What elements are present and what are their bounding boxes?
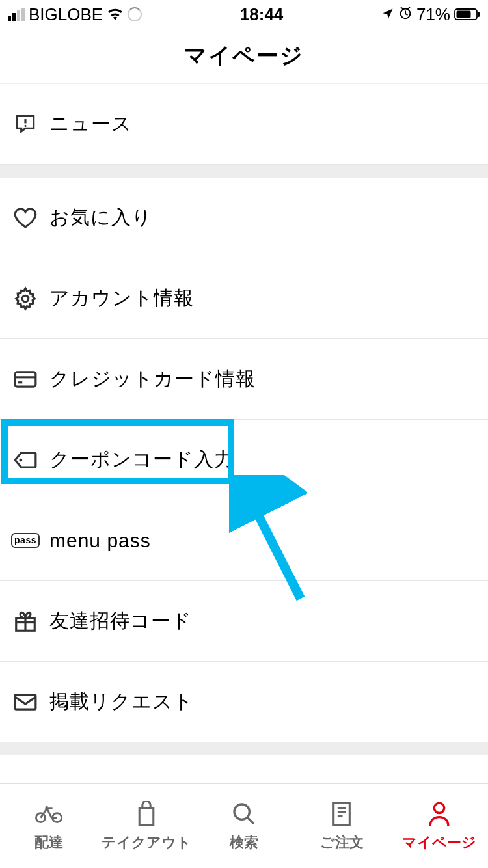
- list-item-label: お気に入り: [49, 204, 152, 231]
- status-right: 71%: [381, 5, 480, 25]
- gear-icon: [13, 286, 38, 311]
- mail-icon: [13, 690, 38, 714]
- list-item-label: アカウント情報: [49, 285, 194, 312]
- tab-label: 配達: [34, 833, 63, 852]
- list-item-account[interactable]: アカウント情報: [0, 258, 488, 339]
- list-item-news[interactable]: ニュース: [0, 84, 488, 165]
- svg-rect-7: [15, 372, 36, 386]
- list-item-request[interactable]: 掲載リクエスト: [0, 662, 488, 742]
- list-item-label: ニュース: [49, 111, 132, 137]
- signal-icon: [8, 8, 25, 21]
- list-item-label: 友達招待コード: [49, 608, 192, 634]
- content-area: ニュース お気に入り アカウント情報 クレジットカード情報 クーポンコード入力 …: [0, 84, 488, 783]
- list-item-label: クーポンコード入力: [49, 446, 234, 473]
- bag-icon: [133, 800, 160, 828]
- status-bar: BIGLOBE 18:44 71%: [0, 0, 488, 29]
- tab-mypage[interactable]: マイページ: [390, 784, 488, 868]
- card-icon: [13, 367, 38, 392]
- tab-label: ご注文: [320, 833, 364, 852]
- section-divider: [0, 742, 488, 755]
- alarm-icon: [398, 5, 413, 25]
- status-left: BIGLOBE: [8, 5, 142, 25]
- tab-search[interactable]: 検索: [195, 784, 293, 868]
- list-item-coupon[interactable]: クーポンコード入力: [0, 420, 488, 500]
- page-title: マイページ: [184, 41, 304, 71]
- section-divider: [0, 165, 488, 178]
- battery-icon: [454, 5, 480, 25]
- person-icon: [426, 800, 453, 828]
- svg-rect-2: [456, 10, 470, 18]
- page-header: マイページ: [0, 29, 488, 84]
- tab-label: テイクアウト: [102, 833, 191, 852]
- svg-line-20: [247, 817, 254, 824]
- list-item-menupass[interactable]: pass menu pass: [0, 500, 488, 581]
- wifi-icon: [107, 5, 124, 25]
- list-item-label: 掲載リクエスト: [49, 688, 194, 715]
- tab-bar: 配達 テイクアウト 検索 ご注文 マイページ: [0, 783, 488, 868]
- list-item-invite[interactable]: 友達招待コード: [0, 581, 488, 662]
- location-icon: [381, 5, 394, 25]
- heart-icon: [13, 206, 38, 230]
- tab-delivery[interactable]: 配達: [0, 784, 98, 868]
- tag-icon: [13, 448, 38, 472]
- svg-rect-3: [478, 12, 480, 17]
- svg-point-19: [234, 804, 249, 819]
- svg-point-6: [22, 295, 29, 302]
- battery-label: 71%: [416, 5, 450, 25]
- pass-icon: pass: [13, 528, 38, 553]
- tab-order[interactable]: ご注文: [293, 784, 390, 868]
- svg-rect-21: [334, 803, 350, 825]
- news-icon: [13, 112, 38, 137]
- svg-point-5: [24, 124, 26, 126]
- gift-icon: [13, 609, 38, 634]
- svg-point-10: [20, 458, 23, 461]
- list-item-label: クレジットカード情報: [49, 366, 256, 392]
- svg-rect-14: [15, 694, 36, 709]
- tab-takeout[interactable]: テイクアウト: [98, 784, 195, 868]
- carrier-label: BIGLOBE: [29, 5, 103, 25]
- list-item-label: menu pass: [49, 530, 151, 552]
- list-item-credit[interactable]: クレジットカード情報: [0, 339, 488, 420]
- svg-point-18: [46, 806, 48, 807]
- svg-point-25: [434, 803, 444, 813]
- bicycle-icon: [35, 800, 62, 828]
- tab-label: マイページ: [402, 833, 476, 852]
- tab-label: 検索: [230, 833, 258, 852]
- loading-icon: [128, 7, 142, 21]
- search-icon: [230, 800, 258, 828]
- list-item-favorites[interactable]: お気に入り: [0, 178, 488, 258]
- status-time: 18:44: [240, 5, 284, 25]
- receipt-icon: [328, 800, 355, 828]
